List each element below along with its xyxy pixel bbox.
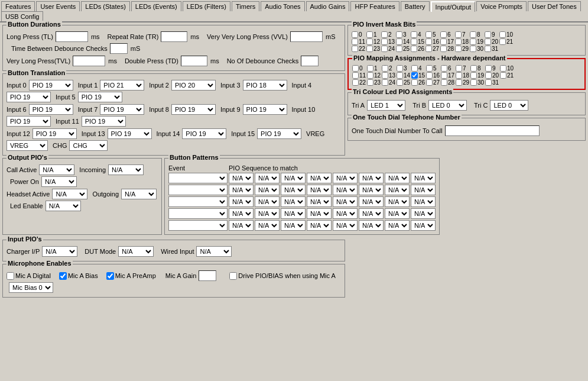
pio-cb-5[interactable] bbox=[425, 31, 432, 38]
pio-cb-8[interactable] bbox=[470, 65, 477, 72]
pio-cb-31[interactable] bbox=[485, 79, 492, 86]
pio-cb-22[interactable] bbox=[352, 79, 359, 86]
mic-a-gain-input[interactable]: 5 bbox=[199, 270, 216, 281]
mic-a-digital-checkbox[interactable] bbox=[7, 272, 14, 280]
call-active-select[interactable]: N/A bbox=[39, 164, 74, 175]
pattern-seq-2-7[interactable]: N/A bbox=[411, 196, 436, 207]
very-long-press-tvl-input[interactable]: 2500 bbox=[73, 56, 105, 66]
pio-cb-1[interactable] bbox=[366, 31, 373, 38]
pio-cb-11[interactable] bbox=[352, 38, 358, 45]
pio-cb-30[interactable] bbox=[470, 46, 476, 52]
pattern-seq-4-7[interactable]: N/A bbox=[411, 220, 436, 231]
pio-cb-18[interactable] bbox=[456, 72, 462, 79]
pio-cb-13[interactable] bbox=[382, 72, 388, 79]
input10-select[interactable]: PIO 19 bbox=[7, 116, 51, 127]
input4-select[interactable]: PIO 19 bbox=[7, 92, 51, 102]
mic-a-bias-checkbox[interactable] bbox=[59, 272, 67, 280]
pio-cb-28[interactable] bbox=[441, 79, 447, 86]
pio-cb-16[interactable] bbox=[426, 72, 433, 79]
input9-select[interactable]: PIO 19 bbox=[243, 104, 287, 115]
pio-cb-30[interactable] bbox=[470, 79, 477, 86]
pattern-seq-1-1[interactable]: N/A bbox=[255, 185, 280, 195]
tab-hfp-features[interactable]: HFP Features bbox=[350, 1, 399, 11]
pattern-seq-0-0[interactable]: N/A bbox=[229, 173, 254, 183]
pio-cb-21[interactable] bbox=[500, 72, 506, 79]
input3-select[interactable]: PIO 18 bbox=[243, 80, 287, 91]
pio-cb-9[interactable] bbox=[485, 31, 491, 38]
pattern-seq-0-4[interactable]: N/A bbox=[333, 173, 358, 183]
pio-cb-4[interactable] bbox=[411, 31, 417, 38]
outgoing-select[interactable]: N/A bbox=[121, 189, 157, 199]
pattern-seq-1-0[interactable]: N/A bbox=[229, 185, 254, 195]
pattern-seq-2-3[interactable]: N/A bbox=[307, 196, 332, 207]
time-between-debounce-input[interactable]: 0 bbox=[110, 43, 128, 54]
input8-select[interactable]: PIO 19 bbox=[171, 104, 216, 115]
tab-user-def-tones[interactable]: User Def Tones bbox=[528, 1, 581, 11]
tab-battery[interactable]: Battery bbox=[401, 1, 430, 11]
pio-cb-5[interactable] bbox=[426, 65, 433, 72]
repeat-rate-input[interactable]: 800 bbox=[161, 31, 187, 42]
mic-a-preamp-checkbox[interactable] bbox=[106, 272, 114, 280]
pattern-seq-1-4[interactable]: N/A bbox=[333, 185, 358, 195]
chg-select[interactable]: CHG bbox=[69, 140, 108, 151]
pattern-seq-4-0[interactable]: N/A bbox=[229, 220, 254, 231]
pattern-event-1[interactable] bbox=[168, 185, 228, 195]
pattern-seq-3-3[interactable]: N/A bbox=[307, 208, 332, 219]
mic-bias-select[interactable]: Mic Bias 0 bbox=[9, 282, 53, 293]
pattern-seq-4-2[interactable]: N/A bbox=[281, 220, 306, 231]
pio-cb-17[interactable] bbox=[440, 38, 447, 45]
pattern-seq-3-1[interactable]: N/A bbox=[255, 208, 280, 219]
input2-select[interactable]: PIO 20 bbox=[171, 80, 216, 91]
pattern-seq-0-2[interactable]: N/A bbox=[281, 173, 306, 183]
pio-cb-17[interactable] bbox=[441, 72, 447, 79]
tab-timers[interactable]: Timers bbox=[232, 1, 259, 11]
pio-cb-16[interactable] bbox=[425, 38, 432, 45]
tab-leds-states[interactable]: LEDs (States) bbox=[81, 1, 129, 11]
pattern-seq-2-0[interactable]: N/A bbox=[229, 196, 254, 207]
pattern-seq-1-3[interactable]: N/A bbox=[307, 185, 332, 195]
pio-cb-0[interactable] bbox=[352, 31, 358, 38]
wired-input-select[interactable]: N/A bbox=[196, 246, 232, 257]
input6-select[interactable]: PIO 19 bbox=[29, 104, 73, 115]
pio-cb-19[interactable] bbox=[470, 38, 476, 45]
input7-select[interactable]: PIO 19 bbox=[100, 104, 144, 115]
dut-mode-select[interactable]: N/A bbox=[118, 246, 154, 257]
input13-select[interactable]: PIO 19 bbox=[108, 128, 152, 139]
input11-select[interactable]: PIO 19 bbox=[82, 116, 126, 127]
pio-cb-19[interactable] bbox=[470, 72, 477, 79]
pattern-seq-0-1[interactable]: N/A bbox=[255, 173, 280, 183]
pattern-seq-3-5[interactable]: N/A bbox=[359, 208, 384, 219]
pio-cb-7[interactable] bbox=[456, 65, 462, 72]
tab-input-output[interactable]: Input/Output bbox=[431, 1, 476, 12]
pattern-seq-1-2[interactable]: N/A bbox=[281, 185, 306, 195]
pattern-seq-3-4[interactable]: N/A bbox=[333, 208, 358, 219]
pio-cb-24[interactable] bbox=[382, 79, 388, 86]
pio-cb-15[interactable] bbox=[411, 72, 418, 79]
pattern-event-0[interactable] bbox=[168, 173, 228, 183]
pattern-seq-4-6[interactable]: N/A bbox=[385, 220, 410, 231]
tab-features[interactable]: Features bbox=[1, 1, 35, 11]
pattern-seq-2-6[interactable]: N/A bbox=[385, 196, 410, 207]
pio-cb-14[interactable] bbox=[396, 38, 402, 45]
pio-cb-11[interactable] bbox=[352, 72, 359, 79]
input0-select[interactable]: PIO 19 bbox=[29, 80, 73, 91]
pio-cb-15[interactable] bbox=[411, 38, 417, 45]
pattern-seq-2-1[interactable]: N/A bbox=[255, 196, 280, 207]
tab-user-events[interactable]: User Events bbox=[36, 1, 80, 11]
pio-cb-21[interactable] bbox=[499, 38, 506, 45]
long-press-tl-input[interactable]: 1000 bbox=[56, 31, 88, 42]
tri-c-select[interactable]: LED 0 bbox=[490, 100, 528, 111]
pio-cb-20[interactable] bbox=[485, 72, 492, 79]
pio-cb-3[interactable] bbox=[396, 31, 402, 38]
pattern-seq-4-5[interactable]: N/A bbox=[359, 220, 384, 231]
pattern-seq-2-5[interactable]: N/A bbox=[359, 196, 384, 207]
tab-voice-prompts[interactable]: Voice Prompts bbox=[476, 1, 527, 11]
pattern-seq-4-4[interactable]: N/A bbox=[333, 220, 358, 231]
tab-audio-tones[interactable]: Audio Tones bbox=[261, 1, 304, 11]
pattern-event-4[interactable] bbox=[168, 220, 228, 231]
one-touch-number-input[interactable] bbox=[445, 125, 540, 136]
pio-cb-6[interactable] bbox=[440, 31, 447, 38]
pio-cb-27[interactable] bbox=[425, 46, 432, 52]
tab-audio-gains[interactable]: Audio Gains bbox=[306, 1, 350, 11]
pio-cb-23[interactable] bbox=[367, 79, 373, 86]
